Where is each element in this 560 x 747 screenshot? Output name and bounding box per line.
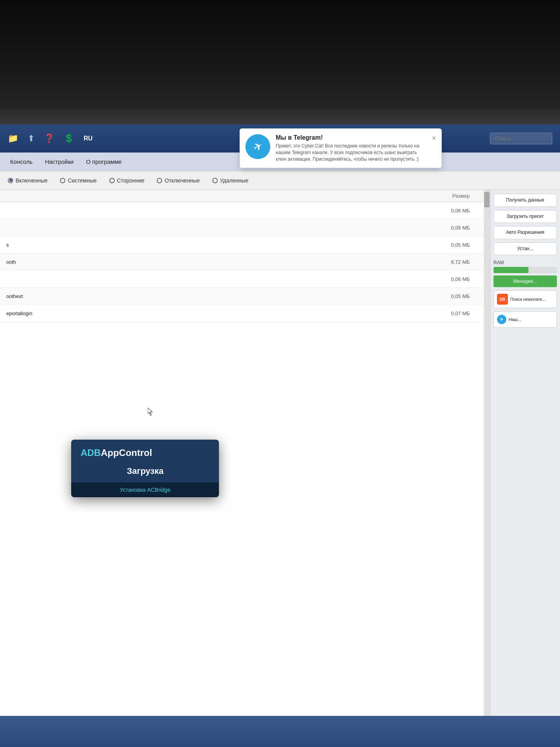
table-row[interactable]: ooth 6,72 МБ bbox=[0, 254, 484, 271]
loading-footer: Установка ACBridge bbox=[71, 482, 219, 497]
install-button[interactable]: Устан... bbox=[494, 242, 557, 256]
telegram-banner-text: Привет, это Cyber.Cat! Все последние нов… bbox=[276, 143, 426, 162]
telegram-content: Мы в Telegram! Привет, это Cyber.Cat! Вс… bbox=[276, 134, 426, 162]
app-size: 0,05 МБ bbox=[431, 242, 478, 248]
radio-enabled[interactable] bbox=[8, 178, 13, 183]
ram-bar bbox=[494, 267, 557, 273]
filter-disabled[interactable]: Отключенные bbox=[157, 177, 200, 184]
manager-button[interactable]: Менедже... bbox=[494, 275, 557, 287]
app-list[interactable]: Размер 0,06 МБ 0,09 МБ s 0,05 МБ ooth 6,… bbox=[0, 190, 484, 747]
toolbar: 📁 ⬆ ❓ 💲 RU Мы в Telegram! Привет, это Cy… bbox=[0, 124, 560, 153]
right-sidebar: Получить данные Загрузить пресет Авто Ра… bbox=[490, 190, 560, 747]
telegram-close-button[interactable]: × bbox=[432, 134, 436, 142]
table-row[interactable]: 0,06 МБ bbox=[0, 271, 484, 288]
telegram-logo-icon bbox=[245, 134, 270, 159]
menu-item-about[interactable]: О программе bbox=[80, 155, 128, 168]
upload-icon[interactable]: ⬆ bbox=[28, 133, 35, 144]
load-preset-button[interactable]: Загрузить пресет bbox=[494, 210, 557, 223]
screen-bottom-background bbox=[0, 716, 560, 747]
mouse-cursor bbox=[148, 408, 154, 416]
telegram-banner: Мы в Telegram! Привет, это Cyber.Cat! Вс… bbox=[240, 128, 442, 168]
lang-selector[interactable]: RU bbox=[84, 135, 93, 142]
loading-header: ADBAppControl bbox=[71, 440, 219, 465]
main-area: Размер 0,06 МБ 0,09 МБ s 0,05 МБ ooth 6,… bbox=[0, 190, 560, 747]
app-size: 0,06 МБ bbox=[431, 276, 478, 282]
menu-item-settings[interactable]: Настройки bbox=[39, 155, 80, 168]
header-size-col: Размер bbox=[431, 193, 478, 199]
app-size: 0,06 МБ bbox=[431, 208, 478, 214]
app-size: 0,07 МБ bbox=[431, 310, 478, 316]
svg-marker-0 bbox=[148, 408, 152, 416]
table-row[interactable]: oothext 0,05 МБ bbox=[0, 288, 484, 305]
auto-resolve-button[interactable]: Авто Разрешения bbox=[494, 226, 557, 239]
app-name-eportallogin: eportallogin bbox=[6, 310, 431, 316]
app-name-ooth: ooth bbox=[6, 259, 431, 265]
app-size: 0,09 МБ bbox=[431, 225, 478, 231]
filter-third-party[interactable]: Сторонние bbox=[109, 177, 145, 184]
menu-item-console[interactable]: Консоль bbox=[4, 155, 39, 168]
radio-deleted[interactable] bbox=[212, 178, 218, 183]
app-name: s bbox=[6, 242, 431, 248]
debloat-icon: DB bbox=[497, 294, 508, 305]
loading-title: Загрузка bbox=[71, 465, 219, 482]
ram-label: RAM bbox=[494, 260, 557, 265]
debloat-section[interactable]: DB Поиск нежелате... bbox=[494, 290, 557, 308]
screen: 📁 ⬆ ❓ 💲 RU Мы в Telegram! Привет, это Cy… bbox=[0, 124, 560, 747]
toolbar-right bbox=[490, 133, 552, 144]
filter-enabled[interactable]: Включенные bbox=[8, 177, 47, 184]
question-icon[interactable]: ❓ bbox=[44, 133, 54, 144]
get-data-button[interactable]: Получить данные bbox=[494, 194, 557, 207]
table-row[interactable]: 0,09 МБ bbox=[0, 219, 484, 237]
loading-subtitle: Установка ACBridge bbox=[120, 487, 170, 493]
telegram-sidebar-label: Наш... bbox=[509, 317, 521, 322]
radio-third-party[interactable] bbox=[109, 178, 115, 183]
table-row[interactable]: s 0,05 МБ bbox=[0, 237, 484, 254]
adb-logo: ADBAppControl bbox=[80, 447, 152, 458]
ram-section: RAM Менедже... bbox=[494, 260, 557, 287]
app-size: 6,72 МБ bbox=[431, 259, 478, 265]
telegram-banner-title: Мы в Telegram! bbox=[276, 134, 426, 141]
search-input[interactable] bbox=[490, 133, 552, 144]
scrollbar-track[interactable] bbox=[484, 190, 490, 747]
app-list-header: Размер bbox=[0, 190, 484, 202]
debloat-label: Поиск нежелате... bbox=[510, 297, 546, 302]
device-physical-top bbox=[0, 0, 560, 124]
filter-deleted[interactable]: Удаленные bbox=[212, 177, 248, 184]
radio-system[interactable] bbox=[60, 178, 65, 183]
dollar-icon[interactable]: 💲 bbox=[64, 133, 74, 144]
table-row[interactable]: eportallogin 0,07 МБ bbox=[0, 305, 484, 322]
scrollbar-thumb[interactable] bbox=[484, 192, 490, 207]
app-size: 0,05 МБ bbox=[431, 293, 478, 299]
filter-system[interactable]: Системные bbox=[60, 177, 96, 184]
app-name-oothext: oothext bbox=[6, 293, 431, 299]
radio-disabled[interactable] bbox=[157, 178, 162, 183]
ram-bar-fill bbox=[494, 267, 528, 273]
telegram-sidebar-widget[interactable]: ✈ Наш... bbox=[494, 311, 557, 328]
filter-bar: Включенные Системные Сторонние Отключенн… bbox=[0, 171, 560, 190]
table-row[interactable]: 0,06 МБ bbox=[0, 202, 484, 219]
telegram-sidebar-icon: ✈ bbox=[497, 315, 506, 324]
loading-overlay: ADBAppControl Загрузка Установка ACBridg… bbox=[71, 440, 219, 497]
folder-icon[interactable]: 📁 bbox=[8, 133, 18, 144]
